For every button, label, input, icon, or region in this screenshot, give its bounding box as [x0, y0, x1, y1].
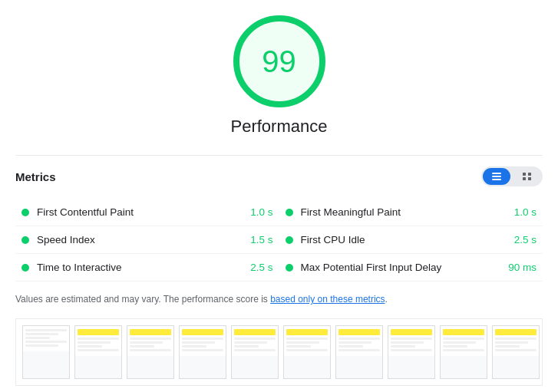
frame-content — [336, 326, 382, 356]
frame-content — [232, 326, 278, 356]
filmstrip-frame — [440, 325, 487, 379]
list-view-button[interactable] — [483, 168, 510, 185]
filmstrip-frame — [74, 325, 122, 379]
filmstrip-frame — [179, 325, 226, 379]
metric-row: Time to Interactive 2.5 s — [15, 254, 279, 282]
metric-name: First Meaningful Paint — [301, 206, 508, 218]
grid-icon — [523, 173, 532, 180]
metric-name: Max Potential First Input Delay — [301, 262, 503, 273]
metric-name: Speed Index — [37, 234, 244, 245]
frame-content — [493, 326, 539, 356]
metric-value: 1.0 s — [514, 206, 537, 218]
metric-value: 2.5 s — [514, 234, 537, 245]
frame-content — [127, 326, 173, 356]
metric-row: First Contentful Paint 1.0 s — [15, 199, 279, 226]
disclaimer-text-before: Values are estimated and may vary. The p… — [15, 294, 270, 305]
metric-dot — [286, 264, 293, 272]
metric-value: 2.5 s — [250, 262, 272, 273]
score-value: 99 — [262, 44, 296, 79]
filmstrip-frame — [283, 325, 331, 379]
filmstrip-frame — [492, 325, 540, 379]
metric-value: 90 ms — [508, 262, 537, 273]
metric-value: 1.0 s — [250, 206, 272, 218]
metric-name: First Contentful Paint — [37, 206, 244, 218]
frame-content — [388, 326, 434, 356]
metric-dot — [286, 236, 293, 244]
metric-dot — [21, 209, 29, 216]
score-section: 99 Performance — [15, 15, 543, 137]
filmstrip — [15, 318, 543, 386]
disclaimer: Values are estimated and may vary. The p… — [15, 292, 543, 306]
list-icon — [492, 173, 501, 180]
score-circle: 99 — [233, 15, 325, 107]
filmstrip-frame — [388, 325, 435, 379]
filmstrip-frame — [127, 325, 174, 379]
filmstrip-frame — [231, 325, 279, 379]
metric-row: Speed Index 1.5 s — [15, 226, 279, 254]
metrics-grid: First Contentful Paint 1.0 s First Meani… — [15, 199, 543, 282]
score-label: Performance — [231, 117, 328, 137]
frame-content — [23, 326, 69, 351]
metric-value: 1.5 s — [250, 234, 272, 245]
frame-content — [180, 326, 226, 356]
view-toggle — [481, 166, 543, 186]
frame-content — [441, 326, 487, 356]
frame-content — [75, 326, 121, 356]
frame-content — [284, 326, 330, 356]
metric-name: Time to Interactive — [37, 262, 244, 273]
filmstrip-frame — [22, 325, 70, 379]
metrics-header: Metrics — [15, 155, 543, 186]
metric-dot — [21, 236, 29, 244]
metric-row: Max Potential First Input Delay 90 ms — [279, 254, 543, 282]
metric-name: First CPU Idle — [301, 234, 508, 245]
metric-dot — [286, 209, 293, 216]
metric-dot — [21, 264, 29, 272]
metrics-link[interactable]: based only on these metrics — [270, 294, 385, 305]
grid-view-button[interactable] — [513, 168, 541, 185]
metrics-title: Metrics — [15, 170, 56, 183]
metric-row: First Meaningful Paint 1.0 s — [279, 199, 543, 226]
disclaimer-text-after: . — [385, 294, 388, 305]
filmstrip-frame — [335, 325, 383, 379]
metric-row: First CPU Idle 2.5 s — [279, 226, 543, 254]
